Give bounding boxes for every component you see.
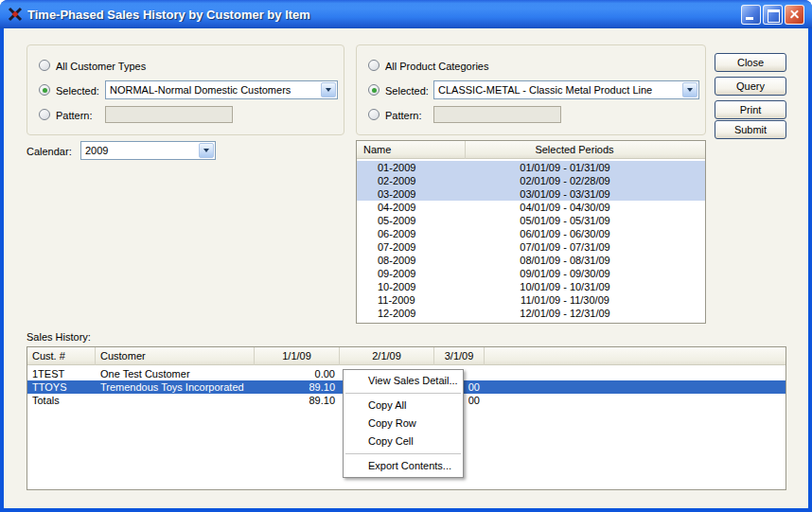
product-categories-group: All Product Categories Selected: CLASSIC… bbox=[356, 44, 706, 135]
submit-button[interactable]: Submit bbox=[715, 120, 786, 139]
calendar-combobox[interactable]: 2009 bbox=[80, 141, 216, 160]
maximize-button[interactable] bbox=[763, 5, 783, 25]
period-row[interactable]: 02-200902/01/09 - 02/28/09 bbox=[357, 174, 705, 187]
period-dates: 04/01/09 - 04/30/09 bbox=[451, 201, 679, 214]
periods-rows: 01-200901/01/09 - 01/31/0902-200902/01/0… bbox=[357, 161, 705, 323]
period-dates: 08/01/09 - 08/31/09 bbox=[451, 254, 679, 267]
period-name: 05-2009 bbox=[378, 214, 415, 227]
customer-types-group: All Customer Types Selected: NORMAL-Norm… bbox=[26, 44, 344, 135]
context-menu: View Sales Detail...Copy AllCopy RowCopy… bbox=[343, 369, 464, 478]
period-dates: 06/01/09 - 06/30/09 bbox=[451, 227, 679, 240]
radio-all-product-categories[interactable] bbox=[368, 60, 380, 71]
period-name: 06-2009 bbox=[378, 227, 415, 240]
radio-product-pattern[interactable] bbox=[368, 109, 380, 120]
sales-cell: 0.00 bbox=[255, 367, 340, 380]
menu-item[interactable]: Copy Row bbox=[344, 415, 463, 433]
menu-item[interactable]: Export Contents... bbox=[344, 457, 463, 475]
product-combobox[interactable]: CLASSIC-METAL - Classic Metal Product Li… bbox=[433, 80, 699, 99]
chevron-down-icon bbox=[203, 149, 209, 152]
period-name: 01-2009 bbox=[378, 161, 415, 174]
customer-combobox-value: NORMAL-Normal Domestic Customers bbox=[106, 84, 320, 96]
period-name: 04-2009 bbox=[378, 201, 415, 214]
period-name: 12-2009 bbox=[378, 307, 415, 320]
period-dates: 03/01/09 - 03/31/09 bbox=[451, 187, 679, 201]
close-button[interactable]: Close bbox=[715, 53, 786, 72]
radio-label: Pattern: bbox=[56, 110, 93, 121]
product-combobox-value: CLASSIC-METAL - Classic Metal Product Li… bbox=[434, 84, 681, 96]
menu-separator bbox=[345, 453, 461, 454]
menu-item[interactable]: Copy Cell bbox=[344, 433, 463, 450]
sales-cell: TTOYS bbox=[27, 380, 96, 394]
sales-header-period3[interactable]: 3/1/09 bbox=[434, 347, 485, 365]
sales-cell: 1TEST bbox=[27, 367, 96, 380]
dropdown-button[interactable] bbox=[199, 143, 214, 158]
periods-list: Name Selected Periods 01-200901/01/09 - … bbox=[356, 140, 706, 324]
print-button[interactable]: Print bbox=[715, 100, 786, 119]
query-button[interactable]: Query bbox=[715, 77, 786, 96]
titlebar[interactable]: Time-Phased Sales History by Customer by… bbox=[0, 0, 812, 28]
application-window: Time-Phased Sales History by Customer by… bbox=[0, 0, 812, 512]
menu-item[interactable]: Copy All bbox=[344, 397, 463, 415]
radio-label: Selected: bbox=[385, 85, 429, 97]
radio-label: Pattern: bbox=[385, 110, 422, 121]
sales-header-customer[interactable]: Customer bbox=[96, 347, 255, 365]
period-name: 02-2009 bbox=[378, 174, 415, 187]
radio-label: All Customer Types bbox=[56, 61, 146, 72]
periods-header: Name Selected Periods bbox=[357, 141, 705, 159]
dropdown-button[interactable] bbox=[321, 82, 336, 97]
period-name: 03-2009 bbox=[378, 187, 415, 201]
customer-pattern-input bbox=[105, 106, 233, 123]
period-row[interactable]: 11-200911/01/09 - 11/30/09 bbox=[357, 293, 705, 307]
period-row[interactable]: 09-200909/01/09 - 09/30/09 bbox=[357, 267, 705, 280]
period-name: 09-2009 bbox=[378, 267, 415, 280]
period-row[interactable]: 05-200905/01/09 - 05/31/09 bbox=[357, 214, 705, 227]
radio-customer-selected[interactable] bbox=[39, 84, 50, 96]
customer-combobox[interactable]: NORMAL-Normal Domestic Customers bbox=[105, 80, 338, 99]
sales-cell: 89.10 bbox=[255, 394, 340, 407]
period-dates: 05/01/09 - 05/31/09 bbox=[451, 214, 679, 227]
sales-header-period2[interactable]: 2/1/09 bbox=[340, 347, 434, 365]
period-name: 08-2009 bbox=[378, 254, 415, 267]
sales-header: Cust. # Customer 1/1/09 2/1/09 3/1/09 bbox=[27, 347, 786, 365]
period-row[interactable]: 04-200904/01/09 - 04/30/09 bbox=[357, 201, 705, 214]
period-dates: 07/01/09 - 07/31/09 bbox=[451, 240, 679, 254]
period-row[interactable]: 01-200901/01/09 - 01/31/09 bbox=[357, 161, 705, 174]
period-name: 11-2009 bbox=[378, 293, 415, 307]
period-row[interactable]: 03-200903/01/09 - 03/31/09 bbox=[357, 187, 705, 201]
sales-header-cust[interactable]: Cust. # bbox=[27, 347, 96, 365]
sales-cell: Totals bbox=[27, 394, 96, 407]
period-row[interactable]: 07-200907/01/09 - 07/31/09 bbox=[357, 240, 705, 254]
period-name: 10-2009 bbox=[378, 280, 415, 293]
period-row[interactable]: 12-200912/01/09 - 12/31/09 bbox=[357, 307, 705, 320]
period-row[interactable]: 08-200908/01/09 - 08/31/09 bbox=[357, 254, 705, 267]
period-dates: 09/01/09 - 09/30/09 bbox=[451, 267, 679, 280]
product-pattern-input bbox=[433, 106, 561, 123]
sales-cell: One Test Customer bbox=[96, 367, 255, 380]
period-row[interactable]: 06-200906/01/09 - 06/30/09 bbox=[357, 227, 705, 240]
chevron-down-icon bbox=[326, 88, 331, 92]
period-name: 07-2009 bbox=[378, 240, 415, 254]
sales-cell bbox=[96, 394, 255, 407]
sales-cell: Tremendous Toys Incorporated bbox=[96, 380, 255, 394]
periods-header-name[interactable]: Name bbox=[357, 141, 466, 159]
period-dates: 11/01/09 - 11/30/09 bbox=[451, 293, 679, 307]
periods-header-selected-periods[interactable]: Selected Periods bbox=[466, 141, 683, 159]
period-row[interactable]: 10-200910/01/09 - 10/31/09 bbox=[357, 280, 705, 293]
radio-label: Selected: bbox=[56, 85, 99, 97]
radio-customer-pattern[interactable] bbox=[39, 109, 50, 120]
radio-all-customer-types[interactable] bbox=[39, 60, 50, 71]
calendar-label: Calendar: bbox=[26, 146, 72, 157]
menu-separator bbox=[345, 393, 461, 394]
sales-header-period1[interactable]: 1/1/09 bbox=[255, 347, 340, 365]
app-icon bbox=[8, 7, 23, 22]
calendar-combobox-value: 2009 bbox=[81, 145, 198, 156]
period-dates: 01/01/09 - 01/31/09 bbox=[451, 161, 679, 174]
client-area: All Customer Types Selected: NORMAL-Norm… bbox=[4, 28, 808, 508]
titlebar-close-button[interactable] bbox=[785, 5, 804, 25]
menu-item[interactable]: View Sales Detail... bbox=[344, 372, 463, 390]
radio-product-selected[interactable] bbox=[368, 84, 380, 96]
chevron-down-icon bbox=[687, 88, 693, 92]
dropdown-button[interactable] bbox=[682, 82, 697, 97]
period-dates: 10/01/09 - 10/31/09 bbox=[451, 280, 679, 293]
minimize-button[interactable] bbox=[741, 5, 761, 25]
